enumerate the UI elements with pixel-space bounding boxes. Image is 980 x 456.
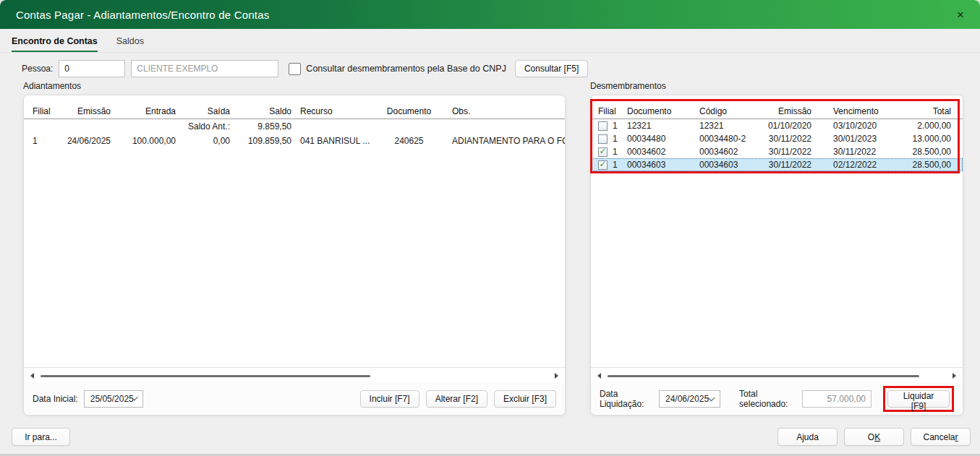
row-checkbox-checked[interactable]: ✓	[598, 160, 608, 170]
table-row[interactable]: 1 12321 12321 01/10/2020 03/10/2020 2.00…	[591, 119, 963, 132]
total-selecionado-label: Total selecionado:	[739, 389, 796, 409]
cell-filial: ✓ 1	[591, 147, 627, 157]
cell-codigo: 12321	[699, 121, 761, 131]
cell-vencimento: 30/11/2022	[811, 147, 902, 157]
table-row[interactable]: 1 00034480 00034480-2 30/11/2022 30/01/2…	[591, 132, 963, 145]
cell-emissao: 01/10/2020	[761, 121, 811, 131]
scrollbar-track[interactable]	[41, 368, 548, 384]
column-header-filial: Filial	[591, 106, 627, 116]
alterar-button[interactable]: Alterar [F2]	[426, 390, 487, 408]
ok-button[interactable]: OK	[844, 428, 904, 446]
excluir-button[interactable]: Excluir [F3]	[494, 390, 556, 408]
data-inicial-select[interactable]: 25/05/2025	[84, 390, 143, 408]
tab-saldos[interactable]: Saldos	[116, 36, 144, 52]
cell-total: 13.000,00	[902, 134, 963, 144]
person-code-input[interactable]	[59, 60, 125, 77]
scrollbar-thumb[interactable]	[41, 375, 370, 377]
incluir-button[interactable]: Incluir [F7]	[360, 390, 419, 408]
person-row: Pessoa: Consultar desmembramentos pela B…	[22, 60, 588, 77]
adiantamentos-table: Filial Emissão Entrada Saída Saldo Recur…	[24, 95, 565, 384]
cell-vencimento: 30/01/2023	[811, 134, 902, 144]
ok-accesskey: K	[874, 432, 880, 442]
horizontal-scrollbar[interactable]	[591, 367, 963, 383]
ajuda-button[interactable]: Ajuda	[777, 428, 838, 446]
data-inicial-value: 25/05/2025	[90, 394, 134, 404]
cell-codigo: 00034602	[699, 147, 761, 157]
check-icon: ✓	[599, 160, 606, 168]
adiantamentos-footer: Data Inicial: 25/05/2025 Incluir [F7] Al…	[24, 382, 565, 415]
close-button[interactable]: ×	[957, 9, 964, 21]
window-title: Contas Pagar - Adiantamentos/Encontro de…	[16, 9, 269, 21]
column-header-codigo: Código	[699, 106, 761, 116]
table-row-selected[interactable]: ✓ 1 00034603 00034603 30/11/2022 02/12/2…	[591, 158, 963, 171]
desmembramentos-panel: Filial Documento Código Emissão Vencimen…	[590, 95, 963, 416]
scroll-right-arrow-icon[interactable]	[953, 373, 956, 379]
filial-value: 1	[613, 147, 618, 157]
consult-button[interactable]: Consultar [F5]	[515, 60, 588, 77]
row-checkbox-checked[interactable]: ✓	[598, 147, 608, 157]
desmembramentos-footer: Data Liquidação: 24/06/2025 Total seleci…	[591, 382, 963, 415]
desmembramentos-header-row: Filial Documento Código Emissão Vencimen…	[591, 104, 963, 119]
scroll-right-arrow-icon[interactable]	[555, 373, 558, 379]
column-header-filial: Filial	[24, 106, 53, 116]
data-inicial-label: Data Inicial:	[33, 394, 78, 404]
scrollbar-track[interactable]	[608, 368, 946, 384]
tab-encontro-de-contas[interactable]: Encontro de Contas	[12, 36, 98, 52]
cell-obs: ADIANTAMENTO PARA O FORNEC	[443, 136, 565, 146]
cell-total: 28.500,00	[902, 160, 963, 170]
cell-codigo: 00034603	[699, 160, 761, 170]
cell-filial: 1	[24, 136, 53, 146]
cell-filial: 1	[591, 134, 627, 144]
cell-recurso: 041 BANRISUL ...	[291, 136, 375, 146]
cell-saida: Saldo Ant.:	[176, 121, 230, 132]
cell-emissao: 30/11/2022	[761, 160, 811, 170]
cell-saldo: 9.859,50	[230, 121, 291, 132]
cell-filial: 1	[591, 121, 627, 131]
column-header-documento: Documento	[627, 106, 699, 116]
cnpj-checkbox[interactable]	[289, 63, 301, 75]
cell-documento: 00034602	[627, 147, 699, 157]
horizontal-scrollbar[interactable]	[24, 367, 565, 383]
title-bar: Contas Pagar - Adiantamentos/Encontro de…	[0, 0, 980, 29]
annotation-rectangle-liquidar: Liquidar [F9]	[883, 386, 954, 412]
adiantamentos-header-row: Filial Emissão Entrada Saída Saldo Recur…	[24, 104, 565, 119]
cell-saldo: 109.859,50	[230, 136, 291, 146]
row-checkbox[interactable]	[598, 134, 608, 144]
scroll-left-arrow-icon[interactable]	[30, 373, 34, 379]
column-header-emissao: Emissão	[53, 106, 111, 116]
ir-para-button[interactable]: Ir para...	[12, 428, 70, 446]
column-header-documento: Documento	[375, 106, 443, 116]
cell-codigo: 00034480-2	[699, 134, 761, 144]
row-checkbox[interactable]	[598, 121, 608, 131]
cell-documento: 12321	[627, 121, 699, 131]
scrollbar-thumb[interactable]	[608, 375, 919, 377]
cancelar-label: Cancela	[923, 432, 955, 442]
check-icon: ✓	[599, 147, 606, 155]
total-selecionado-field	[802, 390, 872, 408]
cell-vencimento: 03/10/2020	[811, 121, 902, 131]
cell-emissao: 30/11/2022	[761, 134, 811, 144]
column-header-recurso: Recurso	[291, 106, 375, 116]
table-row-saldo-anterior[interactable]: Saldo Ant.: 9.859,50	[24, 119, 565, 134]
column-header-emissao: Emissão	[761, 106, 811, 116]
cell-emissao: 24/06/2025	[53, 136, 111, 146]
table-row[interactable]: 1 24/06/2025 100.000,00 0,00 109.859,50 …	[24, 134, 565, 148]
cell-filial: ✓ 1	[591, 160, 627, 170]
person-name-input[interactable]	[131, 60, 278, 77]
column-header-entrada: Entrada	[111, 106, 176, 116]
desmembramentos-table: Filial Documento Código Emissão Vencimen…	[591, 95, 963, 384]
cell-documento: 00034480	[627, 134, 699, 144]
dialog-buttons: Ajuda OK Cancelar	[777, 428, 971, 446]
column-header-obs: Obs.	[443, 106, 565, 116]
column-header-total: Total	[902, 106, 963, 116]
cell-emissao: 30/11/2022	[761, 147, 811, 157]
scroll-left-arrow-icon[interactable]	[597, 373, 601, 379]
filial-value: 1	[613, 134, 618, 144]
liquidar-button[interactable]: Liquidar [F9]	[887, 390, 950, 408]
cancelar-accesskey: r	[955, 432, 958, 442]
data-liquidacao-select[interactable]: 24/06/2025	[659, 390, 720, 408]
table-row[interactable]: ✓ 1 00034602 00034602 30/11/2022 30/11/2…	[591, 145, 963, 158]
chevron-down-icon	[708, 394, 715, 401]
cancelar-button[interactable]: Cancelar	[911, 428, 971, 446]
cell-documento: 240625	[375, 136, 443, 146]
